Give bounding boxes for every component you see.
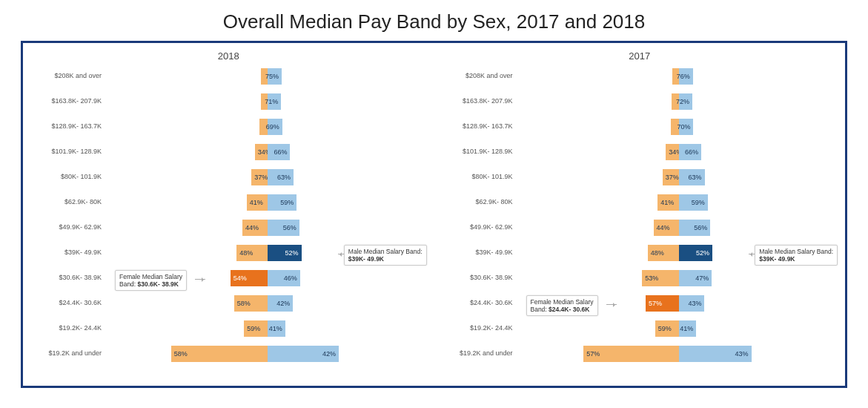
table-row: $30.6K- 38.9K53%47% [439,268,841,289]
panel-title: 2017 [439,50,841,62]
category-label: $19.2K- 24.4K [27,325,106,332]
table-row: $49.9K- 62.9K44%56% [439,217,841,238]
table-row: $128.9K- 163.7K70% [439,116,841,137]
male-bar: 46% [268,270,300,286]
category-label: $208K and over [27,73,106,80]
bar-pair: 58%42% [106,346,430,362]
female-bar: 53% [642,270,679,286]
panel-2017: 2017$208K and over76%$163.8K- 207.9K72%$… [439,49,841,383]
table-row: $30.6K- 38.9K54%46% [27,268,430,289]
bar-pair: 57%43% [517,346,841,362]
bar-pair: 34%66% [106,144,430,160]
male-bar: 75% [268,68,282,85]
chart-rows: $208K and over76%$163.8K- 207.9K72%$128.… [439,66,841,364]
category-label: $24.4K- 30.6K [439,300,517,307]
female-bar: 48% [648,245,679,261]
panel-2018: 2018$208K and over75%$163.8K- 207.9K71%$… [27,49,430,383]
category-label: $80K- 101.9K [27,174,106,181]
male-bar: 71% [268,93,281,110]
bar-pair: 59%41% [106,320,430,337]
bar-pair: 69% [106,119,430,135]
category-label: $101.9K- 128.9K [439,148,517,156]
female-bar: 41% [657,194,678,211]
category-label: $19.2K- 24.4K [439,325,517,332]
male-bar: 63% [679,169,705,185]
panel-title: 2018 [27,50,430,62]
table-row: $163.8K- 207.9K72% [439,91,841,112]
table-row: $101.9K- 128.9K34%66% [439,142,841,162]
female-bar: 34% [666,144,678,160]
female-bar: 37% [251,169,268,185]
male-bar: 43% [679,295,705,312]
table-row: $101.9K- 128.9K34%66% [27,142,430,162]
female-bar: 44% [654,220,679,236]
male-bar: 52% [268,245,301,261]
male-bar: 59% [679,194,708,211]
female-bar: 44% [242,220,268,236]
male-bar: 43% [679,346,752,362]
table-row: $163.8K- 207.9K71% [27,91,430,112]
male-bar: 66% [679,144,701,160]
category-label: $128.9K- 163.7K [439,123,517,131]
male-median-callout: Male Median Salary Band:$39K- 49.9K [344,245,427,266]
chart-rows: $208K and over75%$163.8K- 207.9K71%$128.… [27,66,430,364]
female-bar: 37% [663,169,679,185]
female-bar: 54% [231,270,268,286]
female-bar: 58% [234,295,268,312]
female-median-callout: Female Median SalaryBand: $30.6K- 38.9K [115,270,187,291]
male-bar: 41% [268,320,285,337]
category-label: $208K and over [439,73,517,80]
female-bar: 58% [171,346,268,362]
bar-pair: 37%63% [517,169,841,185]
male-bar: 59% [268,194,296,211]
male-bar: 47% [679,270,712,286]
male-bar: 42% [268,346,339,362]
female-bar: 57% [646,295,679,312]
male-bar: 52% [679,245,712,261]
male-bar: 72% [679,93,692,110]
table-row: $128.9K- 163.7K69% [27,116,430,137]
bar-pair: 44%56% [517,220,841,236]
bar-pair: 58%42% [106,295,430,312]
category-label: $30.6K- 38.9K [27,274,106,282]
female-bar: 59% [244,320,268,337]
male-bar: 56% [679,220,711,236]
table-row: $24.4K- 30.6K57%43% [439,293,841,314]
chart-frame: 2018$208K and over75%$163.8K- 207.9K71%$… [21,41,847,388]
bar-pair: 53%47% [517,270,841,286]
female-bar: 41% [247,194,268,211]
male-median-callout: Male Median Salary Band:$39K- 49.9K [755,245,838,266]
bar-pair: 76% [517,68,841,85]
bar-pair: 41%59% [517,194,841,211]
callout-arrow [195,279,205,280]
table-row: $19.2K and under58%42% [27,343,430,364]
category-label: $24.4K- 30.6K [27,300,106,307]
bar-pair: 37%63% [106,169,430,185]
category-label: $49.9K- 62.9K [439,224,517,231]
category-label: $101.9K- 128.9K [27,148,106,156]
category-label: $62.9K- 80K [27,199,106,206]
male-bar: 66% [268,144,290,160]
category-label: $19.2K and under [439,350,517,358]
callout-arrow [606,304,617,305]
female-bar: 48% [236,245,268,261]
table-row: $19.2K- 24.4K59%41% [439,318,841,339]
category-label: $80K- 101.9K [439,174,517,181]
male-bar: 76% [679,68,693,85]
bar-pair: 34%66% [517,144,841,160]
table-row: $208K and over76% [439,66,841,87]
female-median-callout: Female Median SalaryBand: $24.4K- 30.6K [526,295,598,316]
female-bar: 59% [655,320,679,337]
category-label: $163.8K- 207.9K [439,98,517,105]
table-row: $62.9K- 80K41%59% [27,192,430,213]
page-title: Overall Median Pay Band by Sex, 2017 and… [0,0,868,41]
bar-pair: 44%56% [106,220,430,236]
bar-pair: 71% [106,93,430,110]
category-label: $30.6K- 38.9K [439,274,517,282]
bar-pair: 72% [517,93,841,110]
male-bar: 69% [268,119,282,135]
table-row: $208K and over75% [27,66,430,87]
table-row: $80K- 101.9K37%63% [27,167,430,188]
bar-pair: 70% [517,119,841,135]
category-label: $49.9K- 62.9K [27,224,106,231]
